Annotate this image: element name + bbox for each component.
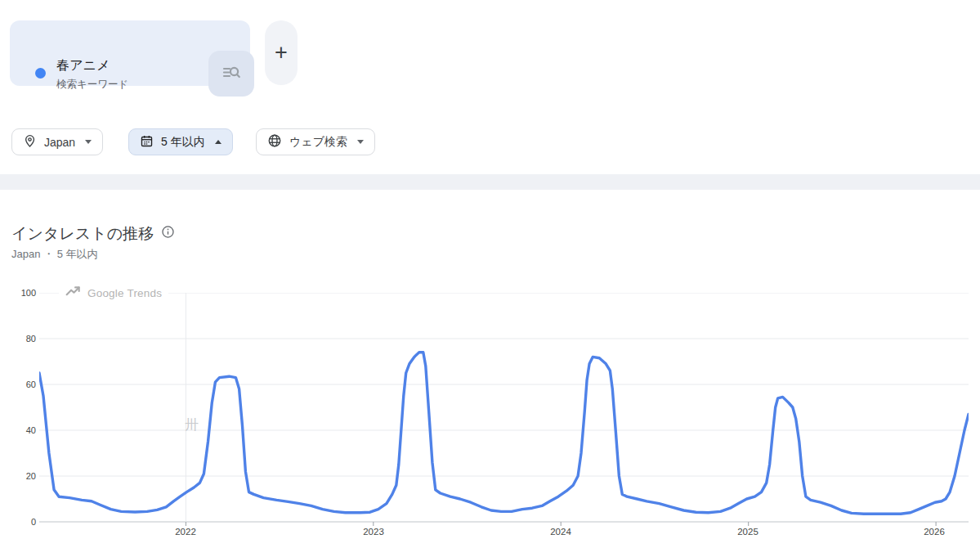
filter-chip-category[interactable]: ウェブ検索 <box>256 128 375 155</box>
y-tick-label: 100 <box>8 286 36 299</box>
filter-chip-geo[interactable]: Japan <box>11 128 103 155</box>
add-comparison-button[interactable]: + <box>265 20 298 85</box>
filter-chip-time[interactable]: 5 年以内 <box>128 128 233 155</box>
location-pin-icon <box>23 134 37 150</box>
keyword-term: 春アニメ <box>56 57 110 74</box>
x-tick-label: 2025 <box>737 527 758 537</box>
calendar-icon <box>140 134 154 150</box>
google-trends-watermark: Google Trends <box>59 285 168 301</box>
series-color-dot <box>35 68 46 79</box>
y-tick-label: 60 <box>8 378 36 391</box>
filter-geo-label: Japan <box>44 136 75 149</box>
x-tick-label: 2022 <box>175 527 196 537</box>
trending-up-icon <box>65 285 82 300</box>
section-divider <box>0 174 980 190</box>
list-search-icon <box>220 61 243 87</box>
x-tick-label: 2024 <box>550 527 571 537</box>
chevron-down-icon <box>85 140 92 144</box>
google-trends-page: 春アニメ 検索キーワード + Japan <box>0 0 980 557</box>
filter-time-label: 5 年以内 <box>161 135 205 150</box>
chart-subtitle: Japan ・ 5 年以内 <box>11 247 98 262</box>
chevron-up-icon <box>215 140 222 144</box>
y-tick-label: 40 <box>8 424 36 437</box>
x-tick-label: 2023 <box>363 527 384 537</box>
watermark-label: Google Trends <box>87 287 162 299</box>
section-title-row: インタレストの推移 <box>11 223 175 245</box>
edit-search-button[interactable] <box>208 51 254 97</box>
globe-icon <box>267 133 282 150</box>
info-icon[interactable] <box>161 225 175 243</box>
filter-category-label: ウェブ検索 <box>289 135 347 150</box>
interest-over-time-chart[interactable] <box>39 293 969 528</box>
plus-icon: + <box>275 42 288 64</box>
section-title: インタレストの推移 <box>11 223 154 245</box>
y-tick-label: 20 <box>8 469 36 483</box>
x-tick-label: 2026 <box>924 527 945 537</box>
watermark-glyph: 卅 <box>185 416 199 434</box>
keyword-type-label: 検索キーワード <box>56 78 128 92</box>
keyword-card[interactable]: 春アニメ 検索キーワード <box>10 20 250 86</box>
chevron-down-icon <box>357 140 364 144</box>
y-tick-label: 0 <box>8 515 36 528</box>
y-tick-label: 80 <box>8 332 36 345</box>
